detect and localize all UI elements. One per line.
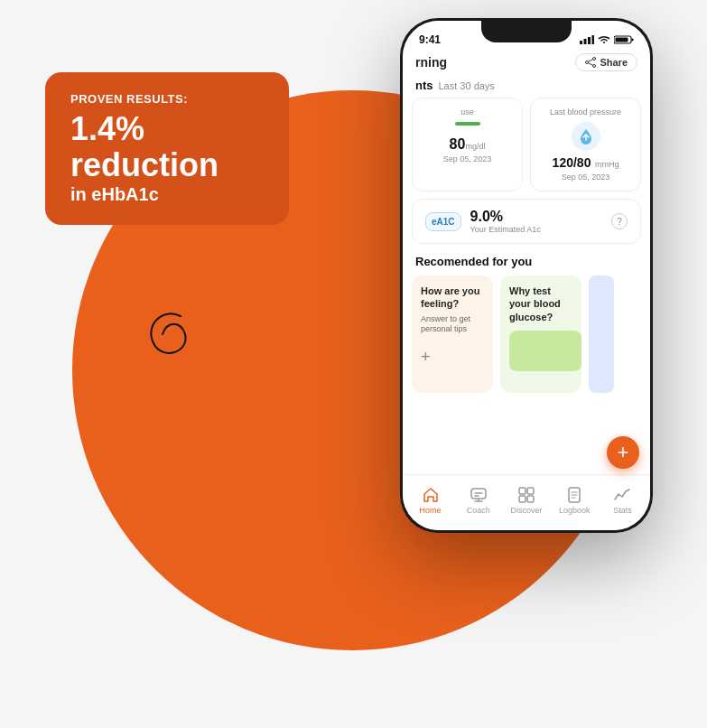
share-label: Share bbox=[600, 57, 628, 68]
svg-line-11 bbox=[589, 63, 593, 66]
svg-rect-6 bbox=[616, 38, 628, 42]
drop-icon bbox=[579, 127, 593, 145]
ea1c-left: eA1C 9.0% Your Estimated A1c bbox=[425, 209, 541, 234]
svg-rect-18 bbox=[519, 488, 526, 494]
svg-rect-3 bbox=[592, 35, 595, 44]
share-button[interactable]: Share bbox=[575, 53, 637, 71]
glucose-number: 80 bbox=[450, 136, 466, 152]
bottom-nav: Home Coach Discover bbox=[403, 474, 650, 530]
wifi-icon bbox=[598, 35, 610, 44]
glucose-unit: mg/dl bbox=[465, 142, 485, 151]
rec-card-glucose-title: Why test your blood glucose? bbox=[509, 285, 572, 323]
phone-notch bbox=[481, 21, 572, 42]
ea1c-sub: Your Estimated A1c bbox=[470, 225, 541, 234]
svg-point-8 bbox=[586, 61, 589, 64]
svg-point-7 bbox=[593, 58, 596, 61]
recommended-cards: How are you feeling? Answer to get perso… bbox=[403, 275, 650, 393]
section-header: nts Last 30 days bbox=[403, 77, 650, 98]
nav-item-home[interactable]: Home bbox=[406, 486, 454, 515]
scribble-decoration bbox=[135, 298, 208, 370]
section-title: nts bbox=[415, 79, 433, 92]
nav-label-home: Home bbox=[420, 506, 442, 515]
home-icon bbox=[422, 486, 440, 504]
rec-card-glucose-test[interactable]: Why test your blood glucose? bbox=[500, 275, 581, 393]
glucose-value: 80mg/dl bbox=[422, 136, 513, 153]
bp-value: 120/80 mmHg bbox=[540, 154, 631, 171]
svg-rect-1 bbox=[584, 39, 587, 44]
share-icon bbox=[585, 57, 596, 68]
svg-line-10 bbox=[589, 60, 593, 62]
svg-rect-19 bbox=[527, 488, 534, 494]
ea1c-value: 9.0% bbox=[470, 209, 541, 225]
nav-item-discover[interactable]: Discover bbox=[502, 486, 550, 515]
stats-icon bbox=[613, 486, 631, 504]
phone-mockup: 9:41 bbox=[400, 18, 653, 533]
blood-pressure-card: Last blood pressure 120/80 mmHg Sep 05, … bbox=[530, 98, 641, 191]
battery-icon bbox=[614, 35, 634, 44]
discover-icon bbox=[517, 486, 535, 504]
ehba1c-label: in eHbA1c bbox=[70, 184, 264, 205]
ea1c-info: 9.0% Your Estimated A1c bbox=[470, 209, 541, 234]
signal-icon bbox=[580, 35, 594, 44]
nav-item-stats[interactable]: Stats bbox=[599, 486, 647, 515]
rec-card-feeling[interactable]: How are you feeling? Answer to get perso… bbox=[412, 275, 493, 393]
question-badge[interactable]: ? bbox=[611, 213, 628, 229]
bp-number: 120/80 bbox=[553, 155, 591, 170]
bp-label: Last blood pressure bbox=[540, 107, 631, 117]
nav-label-discover: Discover bbox=[511, 506, 543, 515]
nav-item-logbook[interactable]: Logbook bbox=[551, 486, 599, 515]
proven-label: PROVEN RESULTS: bbox=[70, 92, 264, 106]
nav-label-coach: Coach bbox=[467, 506, 490, 515]
nav-label-logbook: Logbook bbox=[559, 506, 591, 515]
header-title: rning bbox=[415, 55, 447, 70]
svg-rect-2 bbox=[588, 37, 591, 44]
bp-unit: mmHg bbox=[595, 160, 619, 169]
svg-rect-0 bbox=[580, 41, 582, 44]
glucose-date: Sep 05, 2023 bbox=[422, 154, 513, 163]
svg-rect-21 bbox=[527, 496, 534, 502]
rec-card-partial bbox=[589, 275, 614, 393]
glucose-bar bbox=[455, 122, 480, 126]
svg-rect-5 bbox=[632, 39, 634, 42]
glucose-label: use bbox=[422, 107, 513, 117]
bp-date: Sep 05, 2023 bbox=[540, 173, 631, 182]
glucose-card: use 80mg/dl Sep 05, 2023 bbox=[412, 98, 523, 191]
nav-item-coach[interactable]: Coach bbox=[454, 486, 502, 515]
status-icons bbox=[580, 35, 634, 44]
svg-point-9 bbox=[593, 65, 596, 68]
ea1c-badge: eA1C bbox=[425, 212, 461, 231]
svg-rect-20 bbox=[519, 496, 526, 502]
fab-button[interactable]: + bbox=[607, 436, 639, 469]
ea1c-card: eA1C 9.0% Your Estimated A1c ? bbox=[412, 199, 641, 244]
logbook-icon bbox=[565, 486, 583, 504]
phone-screen: 9:41 bbox=[403, 21, 650, 530]
rec-card-feeling-title: How are you feeling? bbox=[421, 285, 484, 311]
recommended-header: Recomended for you bbox=[403, 251, 650, 275]
rec-card-feeling-plus: + bbox=[421, 348, 484, 367]
section-subtitle: Last 30 days bbox=[439, 80, 495, 91]
app-header: rning Share bbox=[403, 50, 650, 77]
metrics-row: use 80mg/dl Sep 05, 2023 Last blood pres… bbox=[403, 98, 650, 199]
status-time: 9:41 bbox=[419, 33, 441, 46]
results-card: PROVEN RESULTS: 1.4% reduction in eHbA1c bbox=[45, 72, 289, 225]
nav-label-stats: Stats bbox=[613, 506, 632, 515]
bp-drop-icon bbox=[572, 122, 600, 151]
coach-icon bbox=[470, 486, 488, 504]
rec-card-feeling-sub: Answer to get personal tips bbox=[421, 314, 484, 335]
reduction-text: 1.4% reduction bbox=[70, 111, 264, 182]
